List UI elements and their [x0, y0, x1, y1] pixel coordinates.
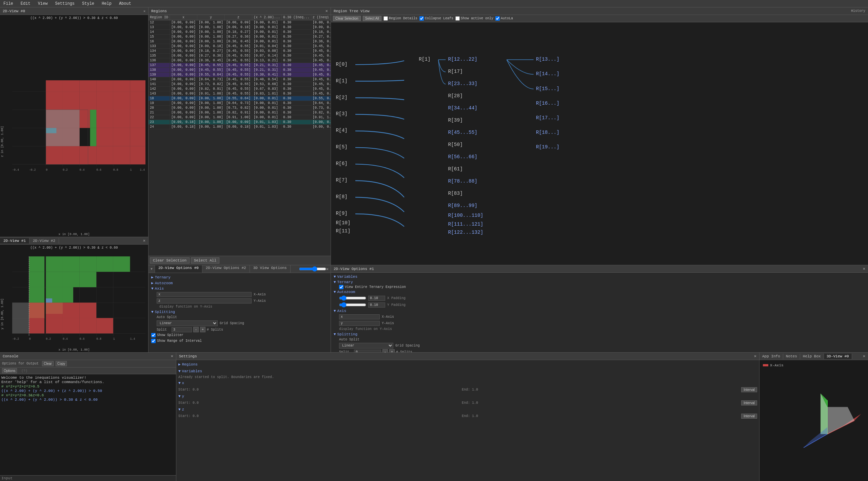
- vars1-section[interactable]: ▼ Variables: [334, 274, 865, 279]
- x-interval-btn[interactable]: Interval: [741, 387, 757, 392]
- menu-style[interactable]: Style: [81, 1, 96, 6]
- linear1-dropdown[interactable]: Linear: [339, 343, 393, 349]
- tree-select-all[interactable]: Select All: [363, 16, 381, 21]
- settings-z-title[interactable]: ▼ z: [178, 407, 757, 412]
- z-interval-btn[interactable]: Interval: [741, 414, 757, 419]
- table-row[interactable]: 136[0.00, 0.09][0.36, 0.45][0.45, 0.55][…: [149, 58, 331, 63]
- splitting1-section[interactable]: ▼ Splitting: [334, 332, 865, 337]
- split1-value[interactable]: [354, 350, 381, 353]
- table-row[interactable]: 142[0.00, 0.09][0.82, 0.91][0.45, 0.55][…: [149, 87, 331, 91]
- view-entire-checkbox[interactable]: [339, 285, 343, 289]
- opts-close[interactable]: ✕: [326, 267, 329, 272]
- z-axis-input[interactable]: [157, 298, 252, 304]
- ternary-section[interactable]: ▶ Ternary: [151, 274, 328, 280]
- view2d-lower-close[interactable]: ✕: [140, 238, 148, 243]
- settings-x-title[interactable]: ▼ x: [178, 381, 757, 385]
- y1-axis-input[interactable]: [339, 321, 380, 326]
- table-row[interactable]: 19[0.00, 0.09][0.00, 1.00][0.64, 0.73][0…: [149, 101, 331, 106]
- settings-y-title[interactable]: ▼ y: [178, 394, 757, 398]
- menu-help[interactable]: Help: [100, 1, 113, 6]
- table-row[interactable]: 12[0.00, 0.09][0.00, 1.00][0.00, 0.09][0…: [149, 20, 331, 25]
- show-range-check[interactable]: Show Range of Interval: [151, 339, 202, 343]
- menu-settings[interactable]: Settings: [54, 1, 76, 6]
- clear-selection-btn[interactable]: Clear Selection: [150, 257, 190, 264]
- table-row[interactable]: 15[0.00, 0.09][0.00, 1.00][0.27, 0.36][0…: [149, 35, 331, 39]
- tab-view2d-2[interactable]: 2D-View #2: [29, 238, 59, 244]
- autozoom-section[interactable]: ▶ Autozoom: [151, 280, 328, 286]
- table-row[interactable]: 140[0.00, 0.09][0.64, 0.73][0.45, 0.55][…: [149, 77, 331, 82]
- tab-helpbox[interactable]: Help Box: [800, 354, 824, 359]
- tab-view2d-1[interactable]: 2D-View #1: [0, 238, 29, 244]
- table-row[interactable]: 22[0.00, 0.09][0.00, 1.00][0.91, 1.00][0…: [149, 115, 331, 120]
- table-row[interactable]: 18[0.00, 0.09][0.00, 1.00][0.55, 0.64][0…: [149, 96, 331, 101]
- collapse-leafs-checkbox[interactable]: [419, 16, 424, 21]
- table-row[interactable]: 24[0.09, 0.18][0.00, 1.00][0.09, 0.18][0…: [149, 125, 331, 129]
- show-active-checkbox[interactable]: [455, 16, 460, 21]
- show-active-only-check[interactable]: Show active only: [455, 16, 493, 21]
- settings-regions-title[interactable]: ▶ Regions: [178, 362, 757, 367]
- splitting-section[interactable]: ▼ Splitting: [151, 309, 328, 315]
- autola-check[interactable]: AutoLa: [495, 16, 513, 21]
- xpad-input[interactable]: [368, 296, 385, 301]
- view-entire-check[interactable]: View Entire Ternary Expression: [339, 285, 865, 289]
- table-row[interactable]: 21[0.00, 0.09][0.00, 1.00][0.82, 0.91][0…: [149, 110, 331, 115]
- table-row[interactable]: 134[0.00, 0.09][0.18, 0.27][0.45, 0.55][…: [149, 49, 331, 54]
- console-close[interactable]: ✕: [171, 354, 173, 359]
- xpad-slider[interactable]: [339, 295, 366, 301]
- menu-about[interactable]: About: [118, 1, 133, 6]
- table-row[interactable]: 137[0.00, 0.09][0.45, 0.55][0.45, 0.55][…: [149, 63, 331, 68]
- autozoom1-section[interactable]: ▼ Autozoom: [334, 289, 865, 295]
- linear-dropdown[interactable]: Linear: [157, 320, 218, 326]
- settings-close[interactable]: ✕: [754, 354, 756, 359]
- history-tab[interactable]: History: [851, 9, 865, 13]
- show-splitter-checkbox[interactable]: [151, 333, 156, 337]
- tab-notes[interactable]: Notes: [783, 354, 800, 359]
- split-minus[interactable]: -: [193, 327, 199, 332]
- table-row[interactable]: 138[0.00, 0.09][0.45, 0.55][0.45, 0.55][…: [149, 68, 331, 72]
- x1-axis-input[interactable]: [339, 314, 380, 319]
- split1-minus[interactable]: -: [382, 349, 388, 352]
- ypad-slider[interactable]: [339, 302, 366, 308]
- opts1-close[interactable]: ✕: [863, 266, 865, 271]
- appinfo-close[interactable]: ✕: [860, 354, 868, 359]
- autola-checkbox[interactable]: [495, 16, 500, 21]
- y-interval-btn[interactable]: Interval: [741, 400, 757, 405]
- table-row[interactable]: 135[0.00, 0.09][0.27, 0.36][0.45, 0.55][…: [149, 54, 331, 58]
- view2d-0-close[interactable]: ✕: [143, 9, 145, 13]
- table-row[interactable]: 143[0.00, 0.09][0.91, 1.00][0.45, 0.55][…: [149, 91, 331, 96]
- tree-clear-selection[interactable]: Clear Selection: [333, 16, 361, 21]
- ypad-input[interactable]: [368, 302, 385, 308]
- select-all-btn[interactable]: Select All: [191, 257, 219, 264]
- tab-opts-2[interactable]: 2D-View Options #2: [202, 265, 250, 273]
- table-row[interactable]: 23[0.09, 0.18][0.00, 1.00][0.00, 0.09][0…: [149, 120, 331, 125]
- menu-edit[interactable]: Edit: [19, 1, 32, 6]
- table-row[interactable]: 141[0.00, 0.09][0.73, 0.82][0.45, 0.55][…: [149, 82, 331, 87]
- split1-plus[interactable]: +: [389, 349, 395, 352]
- table-row[interactable]: 139[0.00, 0.09][0.55, 0.64][0.45, 0.55][…: [149, 72, 331, 77]
- split-value[interactable]: [172, 327, 192, 332]
- table-row[interactable]: 133[0.00, 0.09][0.09, 0.18][0.45, 0.55][…: [149, 44, 331, 49]
- table-row[interactable]: 16[0.00, 0.09][0.00, 1.00][0.36, 0.45][0…: [149, 39, 331, 44]
- console-copy-btn[interactable]: Copy: [56, 361, 67, 366]
- region-details-check[interactable]: Region Details: [383, 16, 417, 21]
- table-row[interactable]: 14[0.00, 0.09][0.00, 1.00][0.18, 0.27][0…: [149, 30, 331, 35]
- tab-opts-3d[interactable]: 3D View Options: [250, 265, 291, 273]
- axis1-section[interactable]: ▼ Axis: [334, 308, 865, 314]
- region-details-checkbox[interactable]: [383, 16, 388, 21]
- console-input[interactable]: [14, 476, 175, 480]
- settings-vars-title[interactable]: ▼ Variables: [178, 369, 757, 373]
- tab-appinfo[interactable]: App Info: [760, 354, 783, 359]
- axis-section[interactable]: ▼ Axis: [151, 286, 328, 291]
- options-btn[interactable]: Options: [2, 368, 17, 373]
- console-clear-btn[interactable]: Clear: [42, 361, 54, 366]
- menu-view[interactable]: View: [37, 1, 49, 6]
- table-row[interactable]: 20[0.00, 0.09][0.00, 1.00][0.73, 0.82][0…: [149, 106, 331, 110]
- menu-file[interactable]: File: [2, 1, 15, 6]
- scroll-slider[interactable]: [299, 266, 326, 272]
- tab-opts-0[interactable]: 2D-View Options #0: [155, 265, 202, 273]
- regions-table-wrapper[interactable]: Region ID x y z (x ^ 2.00)... 0.30 (Ineq…: [149, 15, 331, 256]
- collapse-leafs-check[interactable]: Collapse Leafs: [419, 16, 453, 21]
- tab-view3d[interactable]: 3D-View #0: [824, 354, 852, 359]
- ternary1-section[interactable]: ▼ Ternary: [334, 279, 865, 285]
- table-row[interactable]: 13[0.00, 0.09][0.00, 1.00][0.09, 0.18][0…: [149, 25, 331, 30]
